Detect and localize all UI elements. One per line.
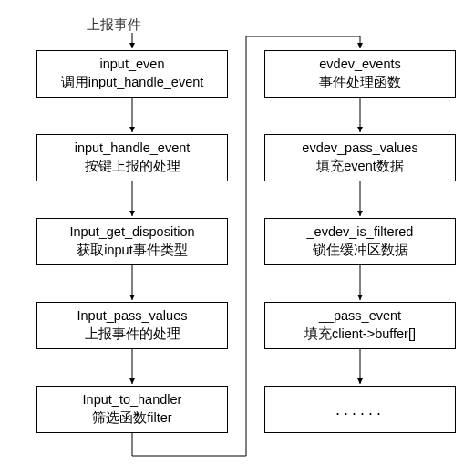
- node-left-1-line2: 按键上报的处理: [41, 158, 223, 176]
- node-left-2-line1: Input_get_disposition: [41, 223, 223, 242]
- node-left-4-line1: Input_to_handler: [41, 391, 223, 409]
- node-right-2-line2: 锁住缓冲区数据: [269, 242, 451, 260]
- node-left-0-line2: 调用input_handle_event: [41, 74, 223, 92]
- node-right-3-line1: __pass_event: [269, 307, 451, 326]
- node-right-3-line2: 填充client->buffer[]: [269, 326, 451, 344]
- header-label: 上报事件: [87, 16, 141, 34]
- node-left-3: Input_pass_values 上报事件的处理: [36, 302, 228, 349]
- node-left-3-line1: Input_pass_values: [41, 307, 223, 326]
- node-left-0: input_even 调用input_handle_event: [36, 50, 228, 98]
- node-left-4-line2: 筛选函数filter: [41, 409, 223, 428]
- node-left-2: Input_get_disposition 获取input事件类型: [36, 218, 228, 265]
- node-right-4-line1: ......: [269, 398, 451, 420]
- node-right-2-line1: _evdev_is_filtered: [269, 223, 451, 242]
- node-left-1-line1: input_handle_event: [41, 140, 223, 158]
- node-right-2: _evdev_is_filtered 锁住缓冲区数据: [264, 218, 456, 265]
- node-right-4: ......: [264, 386, 456, 433]
- node-right-0-line2: 事件处理函数: [269, 74, 451, 92]
- right-column: evdev_events 事件处理函数 evdev_pass_values 填充…: [264, 50, 456, 433]
- node-left-4: Input_to_handler 筛选函数filter: [36, 386, 228, 433]
- node-left-2-line2: 获取input事件类型: [41, 242, 223, 260]
- node-right-0: evdev_events 事件处理函数: [264, 50, 456, 98]
- left-column: input_even 调用input_handle_event input_ha…: [36, 50, 228, 433]
- node-right-1-line2: 填充event数据: [269, 158, 451, 176]
- node-left-0-line1: input_even: [41, 56, 223, 74]
- node-right-1: evdev_pass_values 填充event数据: [264, 134, 456, 181]
- node-left-3-line2: 上报事件的处理: [41, 326, 223, 344]
- node-right-3: __pass_event 填充client->buffer[]: [264, 302, 456, 349]
- node-right-0-line1: evdev_events: [269, 56, 451, 74]
- node-right-1-line1: evdev_pass_values: [269, 140, 451, 158]
- node-left-1: input_handle_event 按键上报的处理: [36, 134, 228, 181]
